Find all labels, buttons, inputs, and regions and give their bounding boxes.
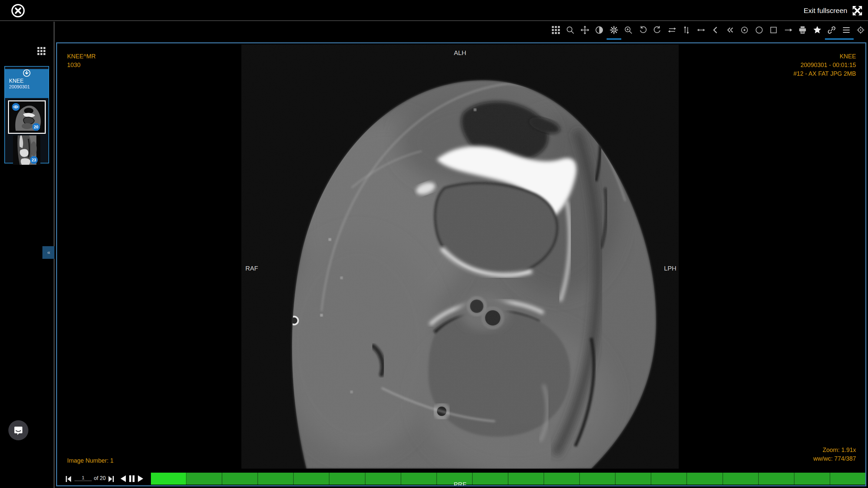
progress-segment[interactable] — [759, 473, 795, 485]
close-icon — [11, 4, 25, 18]
instance-info: #12 - AX FAT JPG 2MB — [794, 69, 856, 78]
progress-segment[interactable] — [830, 473, 865, 485]
progress-segment[interactable] — [187, 473, 222, 485]
zoom-in-button[interactable] — [622, 24, 634, 36]
orientation-marker-top: ALH — [241, 50, 679, 57]
arrow-annotate-button[interactable] — [782, 24, 794, 36]
frame-total-label: of 20 — [94, 475, 106, 481]
progress-segment[interactable] — [687, 473, 723, 485]
magnify-button[interactable] — [564, 24, 576, 36]
image-number: Image Number: 1 — [67, 456, 114, 465]
exit-fullscreen-button[interactable]: Exit fullscreen — [804, 0, 863, 21]
study-date: 20090301 — [9, 84, 49, 90]
window-level: ww/wc: 774/387 — [813, 454, 856, 463]
link-button[interactable] — [826, 24, 838, 36]
orientation-marker-left: RAF — [245, 265, 258, 272]
first-image-button[interactable] — [65, 475, 72, 484]
series-thumbnail-axial[interactable]: 20 — [8, 100, 46, 134]
progress-segment[interactable] — [723, 473, 759, 485]
levels-button[interactable] — [608, 24, 620, 36]
study-header[interactable]: KNEE 20090301 — [5, 69, 49, 98]
study-datetime: 20090301 - 00:01:15 — [794, 61, 856, 69]
active-link-indicator — [825, 38, 854, 40]
mri-axial-knee-image[interactable] — [241, 44, 679, 469]
image-viewport[interactable]: KNEE^MR 1030 KNEE 20090301 - 00:01:15 #1… — [56, 42, 866, 486]
overlay-bottom-right: Zoom: 1.91x ww/wc: 774/387 — [813, 446, 856, 463]
reset-target-button[interactable] — [855, 24, 867, 36]
overlay-top-right: KNEE 20090301 - 00:01:15 #12 - AX FAT JP… — [794, 52, 856, 78]
frame-number-input[interactable] — [74, 474, 92, 481]
dicom-viewer-screen: Exit fullscreen K — [0, 0, 868, 488]
rotate-right-button[interactable] — [651, 24, 663, 36]
progress-segment[interactable] — [151, 473, 187, 485]
rectangle-roi-button[interactable] — [768, 24, 779, 36]
cine-play-button[interactable] — [137, 475, 145, 484]
cine-previous-button[interactable] — [119, 475, 127, 484]
print-button[interactable] — [797, 24, 809, 36]
series-number: 1030 — [67, 61, 95, 69]
chat-bubble-icon — [13, 425, 23, 435]
rewind-button[interactable] — [724, 24, 736, 36]
patient-name: KNEE — [794, 52, 856, 61]
chat-widget-button[interactable] — [8, 420, 28, 440]
orientation-marker-bottom: PRF — [241, 481, 679, 486]
pan-button[interactable] — [579, 24, 591, 36]
previous-button[interactable] — [709, 24, 721, 36]
overlay-bottom-left: Image Number: 1 — [67, 456, 114, 465]
close-button[interactable] — [11, 4, 25, 18]
contrast-button[interactable] — [593, 24, 605, 36]
flip-horizontal-button[interactable] — [666, 24, 678, 36]
circle-point-button[interactable] — [739, 24, 750, 36]
orientation-marker-right: LPH — [664, 265, 676, 272]
top-bar: Exit fullscreen — [0, 0, 868, 21]
study-title: KNEE — [9, 78, 49, 84]
flip-vertical-button[interactable] — [680, 24, 692, 36]
download-icon[interactable] — [23, 69, 31, 77]
favorites-button[interactable] — [811, 24, 823, 36]
series-image-count-badge: 23 — [30, 156, 38, 164]
progress-segment[interactable] — [795, 473, 830, 485]
visible-eye-icon[interactable] — [12, 103, 20, 111]
fullscreen-exit-icon — [851, 5, 863, 17]
cine-pause-button[interactable] — [128, 475, 135, 484]
series-description: KNEE^MR — [67, 52, 95, 61]
layout-grid-button[interactable] — [550, 24, 562, 36]
last-image-button[interactable] — [108, 475, 115, 484]
study-panel: KNEE 20090301 20 — [4, 66, 49, 163]
rotate-left-button[interactable] — [637, 24, 649, 36]
zoom-level: Zoom: 1.91x — [813, 446, 856, 454]
more-menu-button[interactable] — [840, 24, 852, 36]
exit-fullscreen-label: Exit fullscreen — [804, 7, 847, 15]
studies-grid-icon[interactable] — [37, 46, 46, 56]
stretch-horizontal-button[interactable] — [695, 24, 707, 36]
series-thumbnail-sagittal[interactable]: 23 — [13, 135, 40, 166]
series-image-count-badge: 20 — [32, 123, 40, 131]
sidebar-collapse-button[interactable]: « — [42, 246, 54, 259]
active-tool-indicator — [607, 38, 621, 40]
overlay-top-left: KNEE^MR 1030 — [67, 52, 95, 69]
ellipse-roi-button[interactable] — [753, 24, 765, 36]
